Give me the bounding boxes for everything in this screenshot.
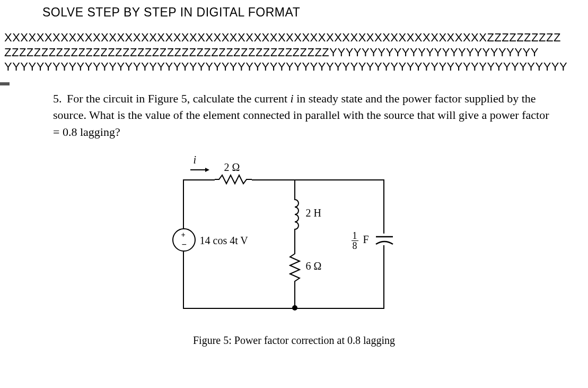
wire-top-mid <box>252 179 294 180</box>
capacitor-label: 1 8 F <box>352 231 369 251</box>
wire-mid-mid <box>294 234 295 249</box>
separator-line-1: XXXXXXXXXXXXXXXXXXXXXXXXXXXXXXXXXXXXXXXX… <box>4 30 588 45</box>
wire-top-left <box>183 179 215 180</box>
inductor-label: 2 H <box>306 207 321 219</box>
capacitor-fraction: 1 8 <box>352 231 358 251</box>
resistor-6ohm-label: 6 Ω <box>306 260 322 272</box>
capacitor-unit: F <box>363 234 369 245</box>
wire-mid-bottom <box>294 287 295 308</box>
separator-line-3: YYYYYYYYYYYYYYYYYYYYYYYYYYYYYYYYYYYYYYYY… <box>4 59 588 74</box>
inductor-icon <box>289 196 301 234</box>
problem-number: 5. <box>53 90 67 107</box>
header-instruction: SOLVE STEP BY STEP IN DIGITAL FORMAT <box>0 0 588 25</box>
wire-mid-top <box>294 179 295 196</box>
separator-block: XXXXXXXXXXXXXXXXXXXXXXXXXXXXXXXXXXXXXXXX… <box>0 25 588 74</box>
source-label: 14 cos 4t V <box>200 235 248 247</box>
wire-left-bottom <box>183 251 184 308</box>
current-label: i <box>194 154 197 166</box>
wire-left-top <box>183 179 184 229</box>
separator-line-2: ZZZZZZZZZZZZZZZZZZZZZZZZZZZZZZZZZZZZZZZZ… <box>4 45 588 60</box>
resistor-2ohm-icon <box>215 174 252 186</box>
wire-right-top <box>383 179 384 234</box>
wire-bottom <box>183 308 384 309</box>
circuit-diagram: i 2 Ω + − 14 cos 4t V 2 H 6 Ω <box>162 154 427 324</box>
problem-block: 5.For the circuit in Figure 5, calculate… <box>0 74 588 141</box>
current-arrow-icon <box>189 167 210 173</box>
source-minus: − <box>182 240 187 249</box>
left-margin-marker <box>0 82 10 85</box>
capacitor-frac-num: 1 <box>352 231 358 241</box>
resistor-6ohm-icon <box>289 249 301 287</box>
figure-caption: Figure 5: Power factor correction at 0.8… <box>0 324 588 357</box>
source-plus: + <box>181 230 186 239</box>
problem-text-1: For the circuit in Figure 5, calculate t… <box>67 92 291 105</box>
resistor-2ohm-label: 2 Ω <box>224 161 240 174</box>
wire-right-bottom <box>383 245 384 308</box>
svg-marker-1 <box>205 168 209 172</box>
wire-top-right <box>294 179 384 180</box>
capacitor-frac-den: 8 <box>352 241 358 251</box>
capacitor-icon <box>373 234 396 313</box>
